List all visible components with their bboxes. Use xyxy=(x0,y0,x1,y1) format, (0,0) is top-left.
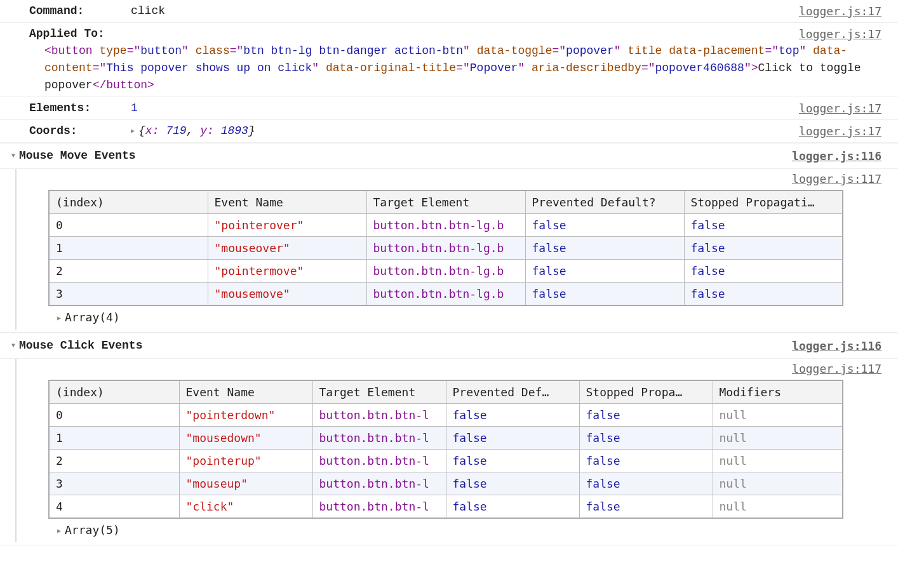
table-row[interactable]: 0"pointerover"button.btn.btn-lg.bfalsefa… xyxy=(49,214,843,237)
source-link[interactable]: logger.js:117 xyxy=(792,170,881,187)
table-row[interactable]: 4"click"button.btn.btn-lfalsefalsenull xyxy=(49,495,843,519)
console-table: (index)Event NameTarget ElementPrevented… xyxy=(48,380,843,519)
chevron-down-icon[interactable] xyxy=(11,147,19,164)
table-header[interactable]: Prevented Default? xyxy=(525,190,684,214)
applied-to-html: <button type="button" class="btn btn-lg … xyxy=(29,43,898,94)
console-table: (index)Event NameTarget ElementPrevented… xyxy=(48,190,843,306)
source-link[interactable]: logger.js:17 xyxy=(799,3,881,20)
table-row[interactable]: 2"pointermove"button.btn.btn-lg.bfalsefa… xyxy=(49,260,843,283)
table-header[interactable]: Stopped Propa… xyxy=(579,380,713,404)
console-row-coords: Coords: {x: 719, y: 1893} logger.js:17 xyxy=(0,120,898,143)
chevron-right-icon[interactable] xyxy=(57,311,65,324)
table-row[interactable]: 2"pointerup"button.btn.btn-lfalsefalsenu… xyxy=(49,450,843,472)
table-header[interactable]: Target Element xyxy=(366,190,525,214)
source-link[interactable]: logger.js:117 xyxy=(792,360,881,377)
table-row[interactable]: 3"mousemove"button.btn.btn-lg.bfalsefals… xyxy=(49,283,843,306)
console-row-command: Command: click logger.js:17 xyxy=(0,0,898,23)
label-elements: Elements: xyxy=(29,100,131,117)
table-row[interactable]: 3"mouseup"button.btn.btn-lfalsefalsenull xyxy=(49,472,843,495)
source-link[interactable]: logger.js:116 xyxy=(792,337,881,354)
chevron-right-icon[interactable] xyxy=(131,124,138,137)
value-command: click xyxy=(131,3,799,20)
source-link[interactable]: logger.js:17 xyxy=(799,123,881,140)
value-elements: 1 xyxy=(131,100,799,117)
table-header[interactable]: Stopped Propagati… xyxy=(684,190,843,214)
table-header[interactable]: Prevented Def… xyxy=(446,380,579,404)
group-title: Mouse Move Events xyxy=(19,147,136,164)
group-header[interactable]: Mouse Click Eventslogger.js:116 xyxy=(0,333,898,359)
value-coords[interactable]: {x: 719, y: 1893} xyxy=(131,123,799,140)
array-summary[interactable]: Array(4) xyxy=(48,307,898,330)
table-header[interactable]: Event Name xyxy=(208,190,366,214)
group-title: Mouse Click Events xyxy=(19,337,142,354)
console-row-elements: Elements: 1 logger.js:17 xyxy=(0,97,898,120)
table-header[interactable]: Modifiers xyxy=(713,380,843,404)
source-link[interactable]: logger.js:17 xyxy=(799,25,881,43)
chevron-right-icon[interactable] xyxy=(57,523,65,537)
source-link[interactable]: logger.js:116 xyxy=(792,147,881,164)
label-command: Command: xyxy=(29,3,131,20)
table-header[interactable]: Event Name xyxy=(179,380,312,404)
source-link[interactable]: logger.js:17 xyxy=(799,100,881,117)
console-row-applied-to: Applied To: logger.js:17 <button type="b… xyxy=(0,23,898,97)
table-header[interactable]: Target Element xyxy=(312,380,446,404)
label-coords: Coords: xyxy=(29,123,131,140)
group-header[interactable]: Mouse Move Eventslogger.js:116 xyxy=(0,143,898,169)
table-header[interactable]: (index) xyxy=(49,380,179,404)
table-header[interactable]: (index) xyxy=(49,190,208,214)
chevron-down-icon[interactable] xyxy=(11,337,19,354)
table-row[interactable]: 1"mouseover"button.btn.btn-lg.bfalsefals… xyxy=(49,237,843,260)
array-summary[interactable]: Array(5) xyxy=(48,520,898,542)
table-row[interactable]: 1"mousedown"button.btn.btn-lfalsefalsenu… xyxy=(49,427,843,450)
label-applied-to: Applied To: xyxy=(29,25,131,43)
table-row[interactable]: 0"pointerdown"button.btn.btn-lfalsefalse… xyxy=(49,404,843,427)
